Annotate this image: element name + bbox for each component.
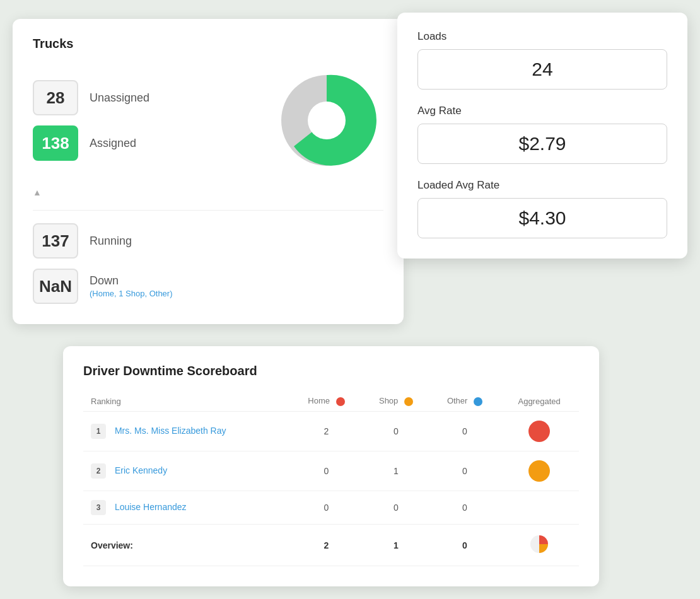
- avg-rate-label: Avg Rate: [417, 105, 667, 117]
- table-row: 1 Mrs. Ms. Miss Elizabeth Ray 2 0 0: [83, 412, 579, 451]
- running-badge: 137: [33, 223, 78, 259]
- driver-ranking-cell: 3 Louise Hernandez: [83, 491, 291, 525]
- rank-badge: 1: [91, 424, 106, 439]
- agg-cell: [499, 491, 579, 525]
- trucks-title: Trucks: [33, 37, 383, 51]
- loads-section: Loads 24: [417, 30, 667, 90]
- home-dot-icon: [336, 397, 345, 406]
- unassigned-label: Unassigned: [90, 91, 149, 105]
- trucks-card: Trucks 28 Unassigned 138 Assigned: [13, 19, 404, 324]
- loaded-avg-rate-label: Loaded Avg Rate: [417, 179, 667, 192]
- down-row: NaN Down (Home, 1 Shop, Other): [33, 269, 383, 304]
- down-badge: NaN: [33, 269, 78, 304]
- overview-home-cell: 2: [291, 525, 362, 566]
- col-aggregated: Aggregated: [499, 391, 579, 411]
- other-cell: 0: [430, 412, 499, 451]
- rank-badge: 2: [91, 463, 106, 479]
- table-row: 2 Eric Kennedy 0 1 0: [83, 451, 579, 491]
- loads-value: 24: [417, 49, 667, 90]
- col-shop: Shop: [362, 391, 430, 411]
- agg-cell: [499, 412, 579, 451]
- overview-label-cell: Overview:: [83, 525, 291, 566]
- trucks-pie-chart: [270, 64, 383, 177]
- home-cell: 0: [291, 491, 362, 525]
- divider: [33, 210, 383, 211]
- agg-yellow-icon: [528, 460, 550, 482]
- home-cell: 2: [291, 412, 362, 451]
- shop-cell: 0: [362, 491, 430, 525]
- svg-point-1: [308, 102, 346, 139]
- other-dot-icon: [474, 397, 482, 406]
- loaded-avg-rate-value: $4.30: [417, 198, 667, 238]
- scoreboard-title: Driver Downtime Scoreboard: [83, 364, 579, 378]
- overview-agg-pie: [528, 533, 550, 555]
- col-other: Other: [430, 391, 499, 411]
- driver-name[interactable]: Louise Hernandez: [115, 502, 187, 512]
- overview-other-cell: 0: [430, 525, 499, 566]
- agg-cell: [499, 451, 579, 491]
- overview-row: Overview: 2 1 0: [83, 525, 579, 566]
- table-header-row: Ranking Home Shop Other Aggregated: [83, 391, 579, 411]
- avg-rate-section: Avg Rate $2.79: [417, 105, 667, 164]
- driver-name[interactable]: Mrs. Ms. Miss Elizabeth Ray: [115, 426, 226, 436]
- other-cell: 0: [430, 491, 499, 525]
- overview-shop-cell: 1: [362, 525, 430, 566]
- loads-card: Loads 24 Avg Rate $2.79 Loaded Avg Rate …: [397, 13, 687, 259]
- running-label: Running: [90, 235, 132, 248]
- assigned-row: 138 Assigned: [33, 125, 149, 161]
- home-cell: 0: [291, 451, 362, 491]
- col-home: Home: [291, 391, 362, 411]
- avg-rate-value: $2.79: [417, 124, 667, 164]
- col-ranking: Ranking: [83, 391, 291, 411]
- bottom-stats: 137 Running NaN Down (Home, 1 Shop, Othe…: [33, 223, 383, 304]
- assigned-label: Assigned: [90, 137, 136, 150]
- scoreboard-card: Driver Downtime Scoreboard Ranking Home …: [63, 346, 599, 586]
- shop-cell: 0: [362, 412, 430, 451]
- down-sub-label: (Home, 1 Shop, Other): [90, 289, 173, 298]
- rank-badge: 3: [91, 500, 106, 515]
- unassigned-badge: 28: [33, 80, 78, 115]
- driver-ranking-cell: 1 Mrs. Ms. Miss Elizabeth Ray: [83, 412, 291, 451]
- running-row: 137 Running: [33, 223, 383, 259]
- other-cell: 0: [430, 451, 499, 491]
- shop-dot-icon: [404, 397, 413, 406]
- assigned-badge: 138: [33, 125, 78, 161]
- driver-name[interactable]: Eric Kennedy: [115, 465, 167, 475]
- shop-cell: 1: [362, 451, 430, 491]
- driver-ranking-cell: 2 Eric Kennedy: [83, 451, 291, 491]
- overview-label: Overview:: [91, 540, 133, 550]
- chevron-up-icon[interactable]: ▲: [33, 187, 383, 197]
- loads-label: Loads: [417, 30, 667, 43]
- scoreboard-table: Ranking Home Shop Other Aggregated: [83, 391, 579, 566]
- loaded-avg-rate-section: Loaded Avg Rate $4.30: [417, 179, 667, 238]
- agg-red-icon: [528, 421, 550, 442]
- table-row: 3 Louise Hernandez 0 0 0: [83, 491, 579, 525]
- overview-agg-cell: [499, 525, 579, 566]
- unassigned-row: 28 Unassigned: [33, 80, 149, 115]
- down-label: Down: [90, 274, 119, 287]
